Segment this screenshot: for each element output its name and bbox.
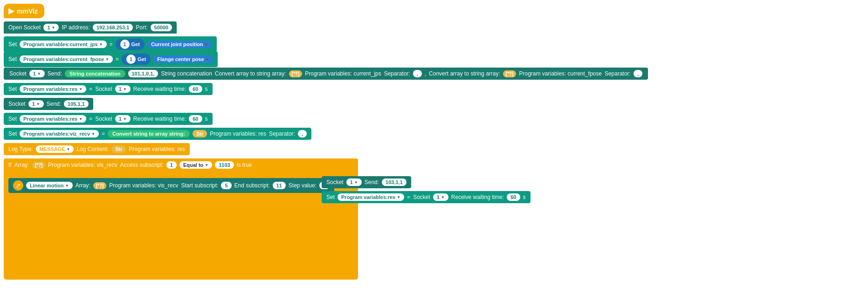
get-fpose-dropdown[interactable]: Flange center pose: [153, 55, 213, 63]
sep-val-2[interactable]: ,: [634, 70, 642, 77]
socket-num-1[interactable]: 1: [29, 70, 45, 77]
var-res-6-dropdown[interactable]: Program variables:res: [338, 193, 404, 201]
subscript-val[interactable]: 1: [166, 161, 177, 169]
port-value[interactable]: 50000: [151, 24, 172, 31]
time-val-2[interactable]: 60: [189, 115, 202, 123]
sep-val-5[interactable]: ,: [298, 130, 307, 137]
string-concat-pill-1[interactable]: String concatenation: [65, 70, 125, 77]
access-label: Access subscript:: [120, 162, 163, 168]
send-label-2: Send:: [47, 101, 61, 107]
equals-4: =: [89, 116, 92, 122]
socket-num-4[interactable]: 1: [115, 115, 131, 123]
var-res-1-dropdown[interactable]: Program variables:res: [20, 85, 86, 93]
s-label-6: s: [523, 194, 526, 200]
socket-num-3[interactable]: 1: [115, 85, 131, 93]
socket-num-6[interactable]: 1: [433, 193, 448, 201]
set-label-1: Set: [8, 41, 17, 48]
set-res-6-block: Set Program variables:res = Socket 1 Rec…: [322, 191, 530, 203]
var-fpose-ref: Program variables: current_fpose: [519, 70, 601, 77]
var-res-ref-5: Program variables: res: [210, 130, 266, 137]
receive-label-6: Receive waiting time:: [451, 194, 504, 200]
arr-icon-1: [*?]: [289, 70, 303, 77]
convert-arr-label-1: Convert array to string array:: [215, 70, 286, 77]
ip-value[interactable]: 192.168.253.1: [93, 24, 133, 31]
if-header-row: If Array: [*?] Program variables: vis_re…: [4, 158, 358, 172]
is-true-label: is true: [237, 162, 252, 168]
val-101[interactable]: 101,1,0,1,: [128, 70, 158, 77]
if-container: If Array: [*?] Program variables: vis_re…: [4, 158, 358, 280]
string-concat-label: String concatenation: [161, 70, 212, 77]
set-fpose-block: Set Program variables:current_fpose = 1 …: [4, 51, 218, 67]
str-icon-5: Str: [193, 130, 207, 137]
get-fpose-pill[interactable]: 1 Get: [122, 54, 151, 65]
equals-6: =: [407, 194, 410, 200]
receive-label-2: Receive waiting time:: [133, 116, 186, 122]
main-canvas: ▶ mmViz Open Socket 1 IP address: 192.16…: [0, 0, 868, 302]
socket-label-4: Socket: [95, 116, 112, 122]
time-val-1[interactable]: 60: [189, 85, 202, 93]
convert-str-pill[interactable]: Convert string to array string:: [108, 130, 190, 137]
socket-label-2: Socket: [8, 101, 26, 107]
send-label-1: Send:: [48, 70, 62, 77]
logo-arrow-icon: ▶: [8, 7, 14, 15]
socket-label-1: Socket: [9, 70, 27, 77]
sep-label-5: Separator:: [269, 130, 295, 137]
sep-label-2: Separator:: [605, 70, 631, 77]
var-vis-recv-lm: Program variables: vis_recv: [109, 182, 178, 189]
time-val-6[interactable]: 60: [507, 193, 520, 201]
set-label-6: Set: [326, 194, 335, 200]
send-val-2[interactable]: 105,1,1: [64, 100, 89, 108]
receive-label-1: Receive waiting time:: [133, 86, 186, 92]
sep-label-1: Separator:: [384, 70, 410, 77]
linear-motion-dropdown[interactable]: Linear motion: [26, 182, 73, 189]
var-jps-dropdown[interactable]: Program variables:current_jps: [20, 41, 107, 48]
s-label-2: s: [205, 116, 208, 122]
log-content-label: Log Content:: [76, 146, 109, 152]
socket-num-2[interactable]: 1: [28, 100, 44, 108]
set-viz-recv-block: Set Program variables:viz_recv = Convert…: [4, 128, 311, 140]
socket-label-3: Socket: [95, 86, 112, 92]
log-var-ref: Program variables: res: [129, 146, 185, 152]
equal-label[interactable]: Equal to: [179, 161, 212, 169]
sep-val-1[interactable]: ,: [413, 70, 422, 77]
var-fpose-dropdown[interactable]: Program variables:current_fpose: [20, 55, 113, 63]
var-res-2-dropdown[interactable]: Program variables:res: [20, 115, 86, 123]
log-type-dropdown[interactable]: MESSAGE: [36, 145, 74, 153]
equal-val[interactable]: 1103: [215, 161, 234, 169]
array-label-if: Array:: [14, 162, 29, 168]
socket-num-dropdown[interactable]: 1: [43, 24, 59, 31]
circle-1: 1: [120, 40, 130, 49]
var-jps-ref: Program variables: current_jps: [305, 70, 381, 77]
circle-2: 1: [126, 55, 136, 64]
start-label: Start subscript:: [181, 182, 218, 189]
equals-1: =: [110, 41, 113, 48]
send-val-3r[interactable]: 103,1,1: [382, 178, 406, 186]
app-logo[interactable]: ▶ mmViz: [4, 4, 44, 18]
log-block: Log Type: MESSAGE Log Content: Str Progr…: [4, 143, 190, 155]
ip-label: IP address:: [62, 24, 90, 31]
end-val[interactable]: 11: [273, 182, 286, 189]
set-label-5: Set: [8, 130, 17, 137]
app-name: mmViz: [17, 7, 38, 15]
sep-comma-1: ,: [425, 70, 426, 77]
arr-icon-2: [*?]: [503, 70, 517, 77]
socket-label-3r: Socket: [326, 179, 344, 185]
var-viz-recv-dropdown[interactable]: Program variables:viz_recv: [20, 130, 99, 137]
socket-num-3r[interactable]: 1: [346, 178, 362, 186]
equals-5: =: [102, 130, 105, 137]
var-vis-recv-if: Program variables: vis_recv: [48, 162, 117, 168]
log-type-label: Log Type:: [8, 146, 33, 152]
socket-label-6: Socket: [413, 194, 430, 200]
equals-2: =: [116, 56, 119, 62]
socket-send-1-block: Socket 1 Send: String concatenation 101,…: [4, 68, 648, 80]
get-jps-dropdown[interactable]: Current joint position: [147, 41, 212, 48]
s-label-1: s: [205, 86, 208, 92]
step-label: Step value:: [289, 182, 317, 189]
get-jps-pill[interactable]: 1 Get: [116, 39, 145, 50]
open-socket-block: Open Socket 1 IP address: 192.168.253.1 …: [4, 21, 177, 34]
set-res-1-block: Set Program variables:res = Socket 1 Rec…: [4, 83, 213, 95]
end-label: End subscript:: [234, 182, 270, 189]
start-val[interactable]: 5: [221, 182, 231, 189]
array-label-lm: Array:: [76, 182, 90, 189]
arr-icon-lm: [*?]: [93, 182, 107, 189]
